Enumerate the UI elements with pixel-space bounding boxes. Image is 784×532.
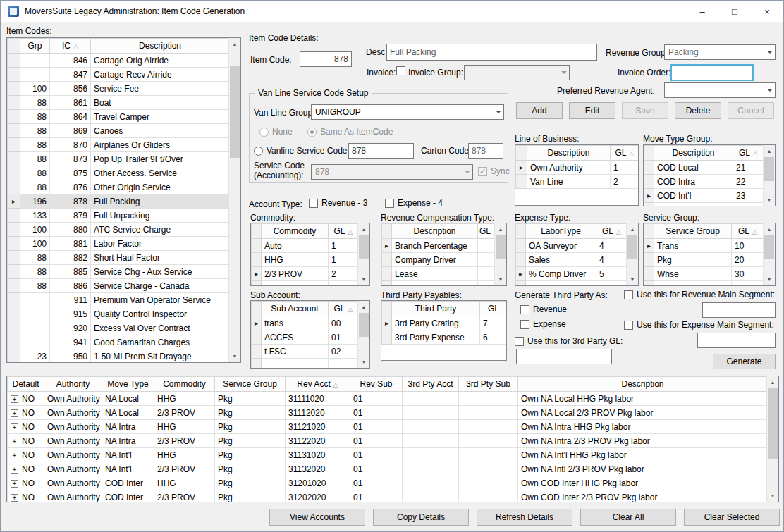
table-row[interactable]: 88870Airplanes Or Gliders <box>8 138 230 152</box>
row-marker[interactable] <box>8 237 20 251</box>
table-row[interactable]: 100881Labor Factor <box>8 237 230 251</box>
row-marker[interactable] <box>644 281 654 287</box>
cell[interactable]: 881 <box>50 237 91 251</box>
cell[interactable]: 2/3 PROV <box>262 267 329 281</box>
cell[interactable]: +NO <box>8 406 44 420</box>
cell[interactable]: 1 <box>329 239 359 253</box>
cell[interactable]: 88 <box>20 279 50 293</box>
table-row[interactable]: COD Intra22 <box>644 175 764 189</box>
van-line-group-combo[interactable]: UNIGROUP <box>311 104 504 120</box>
cell[interactable] <box>403 448 459 462</box>
cell[interactable] <box>733 203 764 207</box>
table-row[interactable]: ▸2/3 PROV2 <box>252 267 359 281</box>
cell[interactable]: 870 <box>50 138 91 152</box>
table-row[interactable] <box>644 203 764 207</box>
cell[interactable]: Full Unpacking <box>91 209 230 223</box>
table-row[interactable]: HHG1 <box>252 253 359 267</box>
row-marker[interactable] <box>8 279 20 293</box>
cell[interactable]: t FSC <box>262 345 329 359</box>
cell[interactable]: 10 <box>732 239 764 253</box>
cell[interactable]: HHG <box>154 420 215 434</box>
cell[interactable]: Pkg <box>215 406 286 420</box>
cell[interactable]: 22 <box>733 175 764 189</box>
cell[interactable]: OA Surveyor <box>526 239 596 253</box>
cell[interactable] <box>403 434 459 448</box>
cell[interactable]: Own NA Intra HHG Pkg labor <box>518 420 768 434</box>
cell[interactable]: 01 <box>350 462 403 476</box>
cell[interactable] <box>403 420 459 434</box>
cell[interactable]: Own Authority <box>44 490 102 503</box>
table-row[interactable]: 100856Service Fee <box>8 82 230 96</box>
cell[interactable] <box>478 267 496 281</box>
cell[interactable]: Own Authority <box>44 392 102 406</box>
authority-column-header[interactable]: Authority <box>44 377 102 392</box>
row-marker[interactable] <box>8 223 20 237</box>
invoice-checkbox[interactable] <box>396 66 405 75</box>
cell[interactable]: 23 <box>20 349 50 364</box>
cell[interactable]: Own Authority <box>44 448 102 462</box>
row-marker[interactable] <box>8 293 20 307</box>
use-revenue-main-segment-checkbox[interactable]: Use this for Revenue Main Segment: <box>624 290 775 299</box>
table-row[interactable]: Auto1 <box>252 239 359 253</box>
cell[interactable]: Own COD Inter 2/3 PROV Pkg labor <box>518 490 768 503</box>
description-column-header[interactable]: Description <box>527 146 611 161</box>
cell[interactable]: 2/3 PROV <box>154 462 215 476</box>
row-marker[interactable] <box>8 349 20 364</box>
row-marker[interactable] <box>8 307 20 321</box>
cell[interactable] <box>20 307 50 321</box>
cell[interactable]: 2 <box>329 267 359 281</box>
table-row[interactable]: 88876Other Origin Service <box>8 180 230 194</box>
cell[interactable]: 100 <box>20 237 50 251</box>
generate-button[interactable]: Generate <box>713 354 776 369</box>
scroll-down-icon[interactable] <box>229 350 240 362</box>
service-group-scrollbar[interactable] <box>763 223 775 285</box>
cell[interactable]: NA Intra <box>102 420 154 434</box>
table-row[interactable]: ▸196878Full Packing <box>8 194 230 209</box>
row-marker[interactable] <box>644 175 654 189</box>
cell[interactable]: Auto <box>262 239 329 253</box>
cell[interactable]: +NO <box>8 462 44 476</box>
scrollbar-thumb[interactable] <box>230 66 240 158</box>
row-marker[interactable]: ▸ <box>252 267 262 281</box>
invoice-group-combo[interactable] <box>464 65 570 80</box>
cell[interactable]: 196 <box>20 194 50 209</box>
row-marker[interactable]: ▸ <box>382 239 392 253</box>
row-marker[interactable] <box>8 152 20 166</box>
row-marker[interactable] <box>8 335 20 349</box>
save-button[interactable]: Save <box>622 102 668 119</box>
table-row[interactable]: 88873Pop Up Trailer 9Ft/Over <box>8 152 230 166</box>
expand-icon[interactable]: + <box>11 395 18 403</box>
cell[interactable]: trans <box>262 316 329 330</box>
cell[interactable] <box>459 420 518 434</box>
table-row[interactable] <box>252 359 359 369</box>
row-marker[interactable]: ▸ <box>252 316 262 330</box>
cell[interactable]: 878 <box>50 194 91 209</box>
expand-icon[interactable]: + <box>11 480 18 488</box>
cell[interactable]: 01 <box>350 392 403 406</box>
generate-revenue-checkbox[interactable]: Revenue <box>520 304 567 314</box>
cell[interactable]: Trans <box>654 239 732 253</box>
cell[interactable] <box>459 448 518 462</box>
cell[interactable]: Travel Camper <box>91 110 230 124</box>
cell[interactable]: 3rd Party Crating <box>392 316 480 330</box>
row-marker[interactable] <box>8 265 20 279</box>
cell[interactable]: 879 <box>50 209 91 223</box>
cell[interactable]: +NO <box>8 392 44 406</box>
cell[interactable]: Service Fee <box>91 82 230 96</box>
cell[interactable]: Own NA Int'l HHG Pkg labor <box>518 448 768 462</box>
cell[interactable] <box>392 281 478 287</box>
delete-button[interactable]: Delete <box>675 102 721 119</box>
cell[interactable]: Pop Up Trailer 9Ft/Over <box>91 152 230 166</box>
service-group-column-header[interactable]: Service Group <box>215 377 286 392</box>
scroll-down-icon[interactable] <box>358 356 369 368</box>
row-marker[interactable] <box>516 253 526 267</box>
labortype-column-header[interactable]: LaborType <box>526 224 596 239</box>
row-marker[interactable] <box>644 253 654 267</box>
cell[interactable]: Sales <box>526 253 596 267</box>
cell[interactable]: 950 <box>50 349 91 364</box>
cell[interactable]: NA Intra <box>102 434 154 448</box>
cell[interactable]: Excess Val Over Contract <box>91 321 230 335</box>
table-row[interactable]: +NOOwn AuthorityCOD InterHHGPkg312010200… <box>8 476 768 490</box>
cell[interactable] <box>20 293 50 307</box>
cell[interactable] <box>20 54 50 68</box>
